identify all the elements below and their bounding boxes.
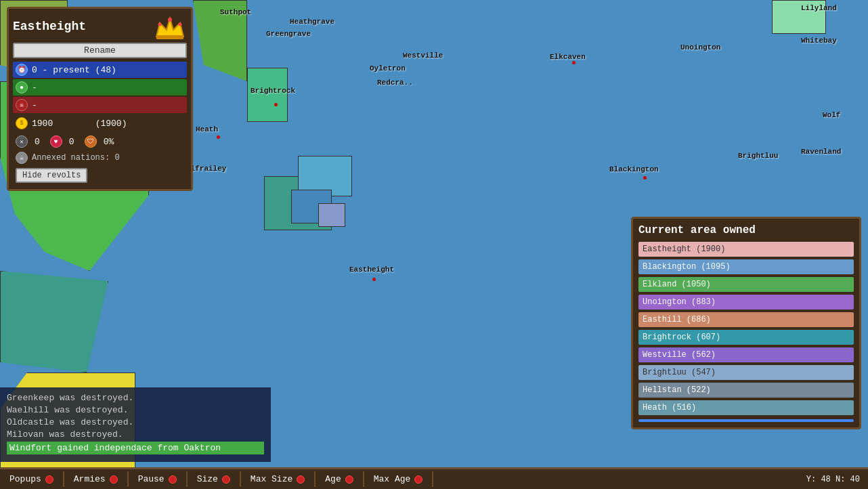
red-value: - xyxy=(32,100,37,110)
x-icon: ✕ xyxy=(16,135,28,148)
city-dot-eastheight xyxy=(372,278,376,281)
city-dot-heath xyxy=(217,135,220,139)
red-icon: ☠ xyxy=(16,99,28,111)
green-icon: ● xyxy=(16,81,28,93)
area-list-item: Westville (562) xyxy=(638,347,854,362)
area-list-item: Heath (516) xyxy=(638,400,854,415)
time-icon: ⏰ xyxy=(16,64,28,76)
coordinates: Y: 48 N: 40 xyxy=(806,475,868,484)
label-unoington: Unoington xyxy=(680,43,720,51)
bottom-btn-label: Size xyxy=(197,474,218,484)
gold-paren: (1900) xyxy=(95,119,127,129)
area-list-item: Eastheight (1900) xyxy=(638,242,854,257)
hide-revolts-button[interactable]: Hide revolts xyxy=(16,168,87,183)
crown-icon xyxy=(153,13,187,40)
green-value: - xyxy=(32,83,37,93)
bottom-bar-button[interactable]: Max Size xyxy=(241,471,316,487)
svg-point-3 xyxy=(158,23,162,26)
area-list-item: Unoington (883) xyxy=(638,295,854,310)
map-region-extra6 xyxy=(318,203,345,227)
stat2-group: ♥ 0 xyxy=(50,135,74,148)
annexed-value: Annexed nations: 0 xyxy=(32,153,120,163)
bottom-btn-dot xyxy=(169,475,177,484)
area-bar[interactable]: Easthill (686) xyxy=(638,312,854,327)
label-wolf: Wolf xyxy=(823,111,840,119)
rename-button[interactable]: Rename xyxy=(13,43,187,58)
area-bar[interactable]: Hellstan (522) xyxy=(638,383,854,398)
bottom-btn-dot xyxy=(222,475,230,484)
shield-icon: 🛡 xyxy=(85,135,97,148)
label-heath: Heath xyxy=(196,125,218,133)
label-greengrave: Greengrave xyxy=(266,30,311,38)
stat1-group: ✕ 0 xyxy=(16,135,40,148)
area-bar[interactable]: Blackington (1095) xyxy=(638,259,854,274)
bottom-btn-label: Max Size xyxy=(251,474,292,484)
gold-row: $ 1900 (1900) xyxy=(13,114,187,132)
bottom-bar-button[interactable]: Popups xyxy=(0,471,64,487)
map-region-extra1 xyxy=(193,0,247,81)
bottom-btn-dot xyxy=(110,475,118,484)
map-region-teal xyxy=(0,271,108,373)
green-stat-row: ● - xyxy=(13,79,187,95)
stat1-value: 0 xyxy=(35,137,40,147)
label-eastheight: Eastheight xyxy=(349,265,394,274)
area-bar[interactable]: Heath (516) xyxy=(638,400,854,415)
nation-panel: Eastheight Rename ⏰ 0 - present (48) ● -… xyxy=(7,7,193,191)
svg-rect-1 xyxy=(156,35,183,39)
bottom-bar-button[interactable]: Size xyxy=(188,471,241,487)
log-line: Waelhill was destroyed. xyxy=(7,405,264,415)
label-oyletron: Oyletron xyxy=(370,64,406,72)
bottom-bar-button[interactable]: Age xyxy=(316,471,364,487)
label-westville: Westville xyxy=(403,51,443,60)
nation-name: Eastheight xyxy=(13,20,86,33)
area-list-item: Elkland (1050) xyxy=(638,277,854,292)
bottom-bar-button[interactable]: Armies xyxy=(64,471,129,487)
small-stats-row: ✕ 0 ♥ 0 🛡 0% xyxy=(13,133,187,150)
svg-point-4 xyxy=(179,23,182,26)
area-bar[interactable]: Westville (562) xyxy=(638,347,854,362)
area-list-item: Brightluu (547) xyxy=(638,365,854,380)
area-bar[interactable]: Brightluu (547) xyxy=(638,365,854,380)
log-panel: Greenkeep was destroyed.Waelhill was des… xyxy=(0,387,271,462)
log-line: Windfort gained independace from Oaktron xyxy=(7,442,264,454)
bottom-btn-label: Armies xyxy=(74,474,106,484)
area-list-item: Easthill (686) xyxy=(638,312,854,327)
city-dot-brightrock xyxy=(274,103,278,106)
log-line: Milovan was destroyed. xyxy=(7,429,264,440)
bottom-bar-button[interactable]: Pause xyxy=(129,471,188,487)
label-brightluu: Brightluu xyxy=(738,152,778,160)
stat3-value: 0% xyxy=(104,137,114,147)
area-panel-title: Current area owned xyxy=(638,224,854,236)
bottom-btn-label: Max Age xyxy=(374,474,411,484)
time-value: 0 - present (48) xyxy=(32,65,116,75)
area-panel: Current area owned Eastheight (1900)Blac… xyxy=(631,217,861,429)
heart-icon: ♥ xyxy=(50,135,62,148)
stat3-group: 🛡 0% xyxy=(85,135,114,148)
red-stat-row: ☠ - xyxy=(13,97,187,113)
log-line: Oldcastle was destroyed. xyxy=(7,417,264,427)
bottom-bar-button[interactable]: Max Age xyxy=(364,471,434,487)
label-redcra: Redcra.. xyxy=(377,79,413,87)
label-blackington: Blackington xyxy=(609,165,659,173)
city-dot-elkcaven xyxy=(572,61,576,64)
label-whitebay: Whitebay xyxy=(801,37,837,45)
label-heathgrave: Heathgrave xyxy=(290,18,334,26)
area-list-item: Brightrock (607) xyxy=(638,330,854,345)
label-elkcaven: Elkcaven xyxy=(550,53,586,61)
svg-point-2 xyxy=(168,18,172,22)
area-bar[interactable]: Brightrock (607) xyxy=(638,330,854,345)
area-bar[interactable]: Elkland (1050) xyxy=(638,277,854,292)
log-line: Greenkeep was destroyed. xyxy=(7,393,264,403)
annexed-row: ☠ Annexed nations: 0 xyxy=(13,150,187,166)
area-bar[interactable]: Eastheight (1900) xyxy=(638,242,854,257)
city-dot-blackington xyxy=(643,176,647,179)
area-list: Eastheight (1900)Blackington (1095)Elkla… xyxy=(638,242,854,415)
area-bar[interactable]: Unoington (883) xyxy=(638,295,854,310)
gold-value: 1900 xyxy=(32,119,53,129)
bottom-btn-dot xyxy=(414,475,422,484)
gold-icon: $ xyxy=(16,117,28,129)
panel-header: Eastheight xyxy=(13,13,187,40)
label-ravenland: Ravenland xyxy=(801,148,841,156)
map-region-lilyland xyxy=(772,0,826,34)
bottom-btn-label: Age xyxy=(325,474,341,484)
